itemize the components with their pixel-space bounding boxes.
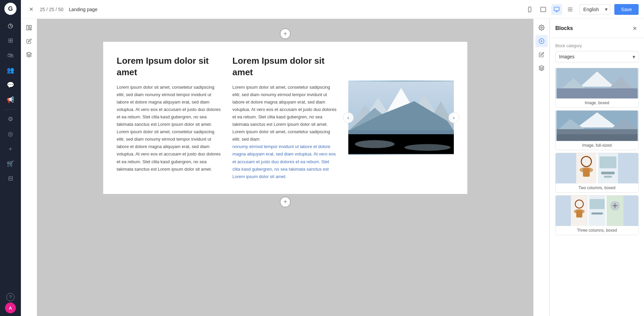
svg-rect-12 <box>29 29 31 30</box>
svg-point-26 <box>540 27 542 29</box>
sidebar-item-help[interactable]: ? <box>6 293 14 301</box>
layers-tool[interactable] <box>23 49 35 61</box>
list-view-icon[interactable] <box>565 4 576 15</box>
svg-point-25 <box>404 144 450 151</box>
col2-body-highlight: nonumy eirmod tempor invidunt ut labore … <box>232 143 338 180</box>
sidebar-item-cart[interactable]: 🛒 <box>4 157 17 170</box>
category-select[interactable]: Images Text Hero Gallery Contact <box>555 51 639 62</box>
layout-tool[interactable] <box>23 22 35 34</box>
svg-rect-4 <box>554 7 559 11</box>
block-col-1: Lorem Ipsum dolor sit amet Lorem ipsum d… <box>117 55 222 180</box>
desktop-view-icon[interactable] <box>551 4 562 15</box>
thumb-three-col-2 <box>589 196 606 226</box>
sidebar-item-analytics[interactable]: ◎ <box>4 127 17 141</box>
canvas-toolbar <box>21 19 37 316</box>
canvas-wrapper: + Lorem Ipsum dolor sit amet Lorem ipsum… <box>37 19 533 316</box>
left-sidebar: G ◷ ⊞ 🛍 👥 💬 📢 ⚙ ◎ ＋ 🛒 ⊟ ? A <box>0 0 21 316</box>
mobile-view-icon[interactable] <box>524 4 535 15</box>
layers-panel-tool[interactable] <box>535 62 548 74</box>
panel-header: Blocks ✕ <box>550 19 644 38</box>
svg-rect-52 <box>591 212 603 214</box>
add-block-top[interactable]: + <box>280 28 291 39</box>
top-bar: ✕ 25 / 25 / 50 Landing page English Fren… <box>21 0 644 19</box>
svg-marker-30 <box>539 66 544 68</box>
carousel-next[interactable]: › <box>448 112 459 123</box>
thumb-col-right <box>598 153 618 183</box>
sidebar-divider <box>4 109 17 110</box>
panel-body: Block category Images Text Hero Gallery … <box>550 38 644 316</box>
thumb-image-full-preview <box>556 111 638 141</box>
sidebar-item-shop[interactable]: 🛍 <box>4 49 17 62</box>
block-thumb-three-columns[interactable]: Three columns, boxed <box>555 195 639 235</box>
editor-area: + Lorem Ipsum dolor sit amet Lorem ipsum… <box>21 19 644 316</box>
thumb-three-col-3 <box>607 196 623 226</box>
edit-tool[interactable] <box>23 35 35 47</box>
block-label-two-columns: Two columns, boxed <box>556 183 638 192</box>
carousel-prev[interactable]: ‹ <box>343 112 354 123</box>
app-logo: G <box>4 3 17 15</box>
sidebar-item-marketing[interactable]: 📢 <box>4 93 17 107</box>
block-thumb-image-full[interactable]: Image, full-sized <box>555 110 639 150</box>
svg-rect-44 <box>583 168 590 177</box>
thumb-col-left <box>576 153 596 183</box>
block-content: Lorem Ipsum dolor sit amet Lorem ipsum d… <box>117 55 454 180</box>
svg-rect-47 <box>604 176 612 178</box>
page-counter: 25 / 25 / 50 <box>40 7 63 12</box>
edit-panel-tool[interactable] <box>535 49 548 61</box>
col2-heading: Lorem Ipsum dolor sit amet <box>232 55 338 78</box>
col2-body-normal: Lorem ipsum dolor sit amet, consetetur s… <box>232 84 338 143</box>
category-select-wrapper[interactable]: Images Text Hero Gallery Contact <box>555 51 639 62</box>
svg-rect-50 <box>576 210 582 218</box>
panel-title: Blocks <box>555 25 573 31</box>
svg-rect-11 <box>29 25 31 28</box>
block-label-image-full: Image, full-sized <box>556 141 638 150</box>
sidebar-item-grid[interactable]: ⊟ <box>4 172 17 185</box>
svg-rect-46 <box>601 172 615 174</box>
sidebar-item-settings[interactable]: ⚙ <box>4 112 17 126</box>
category-label: Block category <box>555 44 639 48</box>
svg-rect-0 <box>528 7 531 12</box>
sidebar-item-add[interactable]: ＋ <box>4 142 17 155</box>
thumb-three-col-1 <box>571 196 588 226</box>
svg-rect-35 <box>557 88 638 98</box>
save-button[interactable]: Save <box>614 4 639 15</box>
page-block: Lorem Ipsum dolor sit amet Lorem ipsum d… <box>103 42 467 194</box>
sidebar-item-dashboard[interactable]: ◷ <box>4 19 17 32</box>
thumb-three-columns-preview <box>556 196 638 226</box>
language-selector[interactable]: English French German <box>580 4 610 15</box>
user-avatar[interactable]: A <box>5 303 16 313</box>
svg-point-24 <box>355 140 394 148</box>
block-label-image-boxed: Image, boxed <box>556 98 638 107</box>
svg-point-42 <box>581 156 591 167</box>
carousel-image <box>348 81 454 155</box>
svg-rect-51 <box>590 199 605 209</box>
blocks-panel: Blocks ✕ Block category Images Text Hero… <box>550 19 644 316</box>
sidebar-item-users[interactable]: 👥 <box>4 63 17 77</box>
tablet-view-icon[interactable] <box>538 4 549 15</box>
block-thumb-two-columns[interactable]: Two columns, boxed <box>555 153 639 193</box>
svg-marker-13 <box>26 52 31 55</box>
svg-rect-2 <box>541 7 546 12</box>
svg-point-48 <box>575 200 583 208</box>
col1-body: Lorem ipsum dolor sit amet, consetetur s… <box>117 84 222 173</box>
close-button[interactable]: ✕ <box>26 5 36 14</box>
language-select[interactable]: English French German <box>580 4 610 15</box>
settings-panel-tool[interactable] <box>535 22 548 34</box>
right-side-wrapper: Blocks ✕ Block category Images Text Hero… <box>533 19 644 316</box>
panel-toolbar <box>533 19 550 316</box>
block-thumb-image-boxed[interactable]: Image, boxed <box>555 68 639 108</box>
col1-heading: Lorem Ipsum dolor sit amet <box>117 55 222 78</box>
block-label-three-columns: Three columns, boxed <box>556 226 638 235</box>
sidebar-item-comments[interactable]: 💬 <box>4 78 17 92</box>
page-name: Landing page <box>69 7 97 12</box>
block-col-2: Lorem Ipsum dolor sit amet Lorem ipsum d… <box>232 55 338 180</box>
thumb-two-columns-preview <box>556 153 638 183</box>
panel-close-button[interactable]: ✕ <box>631 24 639 32</box>
main-area: ✕ 25 / 25 / 50 Landing page English Fren… <box>21 0 644 316</box>
sidebar-item-pages[interactable]: ⊞ <box>4 34 17 47</box>
add-block-bottom[interactable]: + <box>280 197 291 207</box>
add-blocks-panel-tool[interactable] <box>535 35 548 47</box>
svg-rect-41 <box>557 134 638 141</box>
thumb-image-boxed-preview <box>556 68 638 98</box>
sidebar-bottom: ? A <box>5 293 16 313</box>
